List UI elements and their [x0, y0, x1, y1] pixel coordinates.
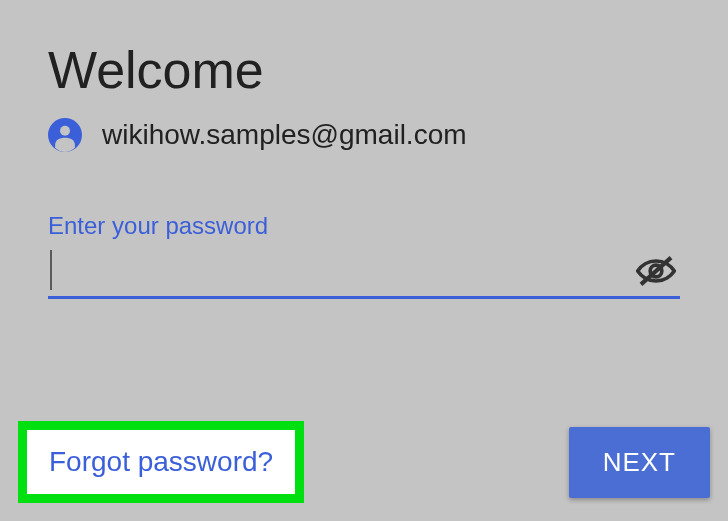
- account-row[interactable]: wikihow.samples@gmail.com: [48, 118, 680, 152]
- password-input[interactable]: [48, 248, 636, 292]
- user-avatar-icon: [48, 118, 82, 152]
- account-email: wikihow.samples@gmail.com: [102, 119, 467, 151]
- next-button[interactable]: NEXT: [569, 427, 710, 498]
- page-title: Welcome: [48, 40, 680, 100]
- visibility-off-icon[interactable]: [636, 256, 676, 290]
- password-label: Enter your password: [48, 212, 680, 240]
- text-cursor: [50, 250, 52, 290]
- forgot-password-highlight: Forgot password?: [18, 421, 304, 503]
- forgot-password-link[interactable]: Forgot password?: [49, 446, 273, 477]
- password-field[interactable]: [48, 248, 680, 299]
- svg-point-1: [60, 126, 70, 136]
